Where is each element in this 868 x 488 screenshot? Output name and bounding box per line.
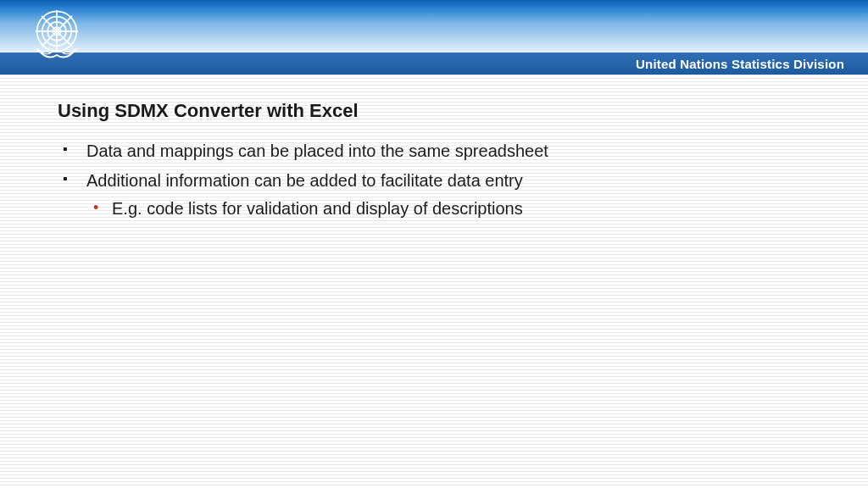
slide-header: United Nations Statistics Division [0,0,868,75]
slide: United Nations Statistics Division [0,0,868,488]
sub-bullet-text: E.g. code lists for validation and displ… [112,199,523,218]
bullet-item: Additional information can be added to f… [58,169,834,221]
sub-bullet-list: E.g. code lists for validation and displ… [86,197,834,221]
bullet-item: Data and mappings can be placed into the… [58,139,834,164]
slide-content: Using SDMX Converter with Excel Data and… [58,100,834,226]
sub-bullet-item: E.g. code lists for validation and displ… [86,197,834,221]
org-name: United Nations Statistics Division [636,57,844,71]
header-title-bar: United Nations Statistics Division [0,53,868,75]
header-gradient [0,0,868,53]
slide-title: Using SDMX Converter with Excel [58,100,834,122]
bullet-list: Data and mappings can be placed into the… [58,139,834,221]
bullet-text: Additional information can be added to f… [86,171,523,190]
bullet-text: Data and mappings can be placed into the… [86,141,548,160]
un-emblem-icon [24,3,90,64]
